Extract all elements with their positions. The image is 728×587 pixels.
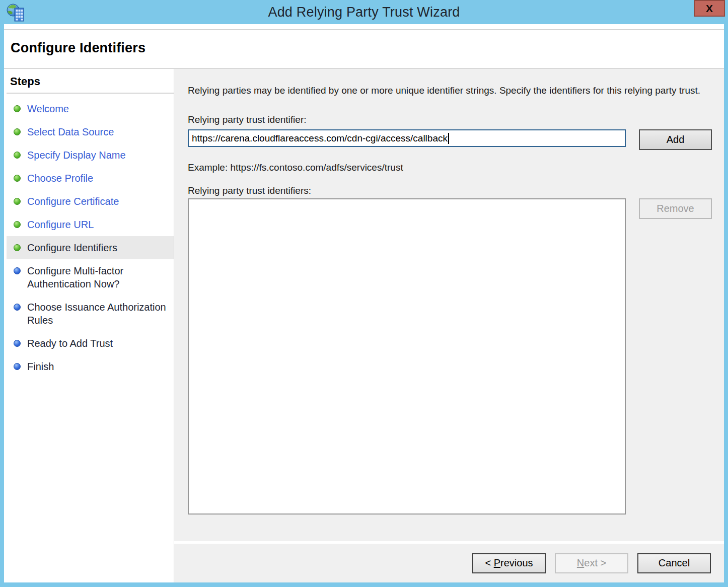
step-completed-bullet-icon	[14, 128, 21, 135]
step-item-finish[interactable]: Finish	[7, 355, 174, 378]
page-title: Configure Identifiers	[11, 40, 724, 56]
titlebar: Add Relying Party Trust Wizard X	[0, 0, 728, 24]
step-item-specify-display-name[interactable]: Specify Display Name	[7, 143, 174, 167]
header-hairline	[4, 29, 724, 30]
step-item-ready-to-add-trust[interactable]: Ready to Add Trust	[7, 332, 174, 355]
identifiers-listbox[interactable]	[188, 198, 626, 515]
step-completed-bullet-icon	[14, 175, 21, 182]
step-item-select-data-source[interactable]: Select Data Source	[7, 120, 174, 143]
example-text: Example: https://fs.contoso.com/adfs/ser…	[188, 162, 711, 173]
page-header: Configure Identifiers	[4, 24, 724, 69]
close-button[interactable]: X	[694, 0, 725, 17]
step-item-configure-identifiers[interactable]: Configure Identifiers	[7, 236, 174, 259]
step-upcoming-bullet-icon	[14, 304, 21, 311]
identifier-input-value: https://carena.cloudflareaccess.com/cdn-…	[192, 133, 448, 144]
steps-heading: Steps	[10, 75, 174, 88]
step-upcoming-bullet-icon	[14, 267, 21, 274]
step-completed-bullet-icon	[14, 198, 21, 205]
remove-button[interactable]: Remove	[639, 198, 712, 219]
step-upcoming-bullet-icon	[14, 363, 21, 370]
main-content: Relying parties may be identified by one…	[174, 69, 724, 541]
step-item-configure-multifactor[interactable]: Configure Multi-factor Authentication No…	[7, 259, 174, 296]
steps-sidebar: Steps Welcome Select Data Source Specify…	[4, 69, 174, 582]
footer-button-bar: < Previous Next > Cancel	[174, 544, 724, 582]
step-completed-bullet-icon	[14, 221, 21, 228]
steps-divider	[7, 93, 174, 94]
step-item-choose-profile[interactable]: Choose Profile	[7, 167, 174, 190]
add-button[interactable]: Add	[639, 129, 712, 150]
cancel-button[interactable]: Cancel	[637, 553, 711, 573]
text-caret	[448, 133, 449, 144]
step-completed-bullet-icon	[14, 152, 21, 159]
next-button[interactable]: Next >	[555, 553, 628, 573]
step-completed-bullet-icon	[14, 105, 21, 112]
step-item-welcome[interactable]: Welcome	[7, 97, 174, 120]
window-title: Add Relying Party Trust Wizard	[0, 5, 728, 20]
step-item-configure-certificate[interactable]: Configure Certificate	[7, 190, 174, 213]
step-item-configure-url[interactable]: Configure URL	[7, 213, 174, 236]
intro-text: Relying parties may be identified by one…	[188, 84, 706, 97]
step-upcoming-bullet-icon	[14, 340, 21, 347]
identifiers-list-label: Relying party trust identifiers:	[188, 185, 711, 196]
adfs-app-icon	[7, 3, 25, 22]
step-item-choose-issuance-rules[interactable]: Choose Issuance Authorization Rules	[7, 296, 174, 332]
close-icon: X	[706, 3, 713, 14]
identifier-field-label: Relying party trust identifier:	[188, 114, 711, 125]
step-current-bullet-icon	[14, 244, 21, 251]
steps-list: Welcome Select Data Source Specify Displ…	[7, 97, 174, 378]
identifier-input[interactable]: https://carena.cloudflareaccess.com/cdn-…	[188, 129, 626, 147]
wizard-dialog: Configure Identifiers Steps Welcome Sele…	[4, 24, 724, 582]
previous-button[interactable]: < Previous	[472, 553, 546, 573]
